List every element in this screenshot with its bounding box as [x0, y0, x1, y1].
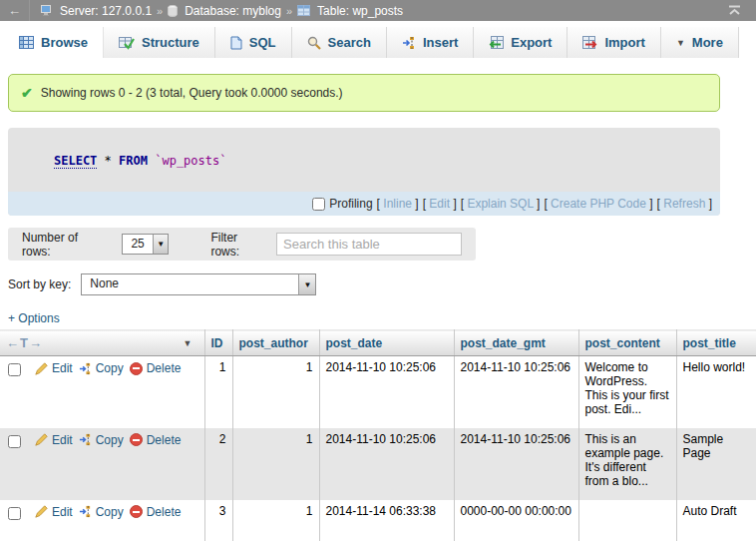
cell-post-date: 2014-11-14 06:33:38	[319, 500, 454, 541]
breadcrumb-separator: »	[286, 5, 292, 17]
back-arrow-button[interactable]: ←	[0, 0, 30, 21]
breadcrumb-server[interactable]: Server: 127.0.0.1	[60, 4, 152, 18]
pencil-icon	[35, 505, 48, 518]
cell-post-author: 1	[232, 356, 319, 428]
sort-key-select[interactable]: None ▼	[81, 273, 316, 295]
delete-row-link[interactable]: Delete	[130, 361, 182, 375]
refresh-link[interactable]: Refresh	[663, 197, 705, 211]
breadcrumb: Server: 127.0.0.1 » Database: myblog » T…	[40, 4, 403, 18]
row-checkbox[interactable]	[8, 435, 21, 448]
header-actions-cell: ←T→ ▼	[0, 330, 204, 356]
pencil-icon	[35, 362, 48, 375]
copy-icon	[79, 505, 92, 518]
cell-post-date: 2014-11-10 10:25:06	[319, 428, 454, 500]
copy-row-link[interactable]: Copy	[79, 433, 124, 447]
cell-id: 3	[204, 500, 232, 541]
back-arrow-icon: ←	[8, 3, 21, 18]
edit-row-link[interactable]: Edit	[35, 433, 73, 447]
copy-row-link[interactable]: Copy	[79, 505, 124, 519]
caret-down-icon: ▼	[298, 274, 315, 294]
search-icon	[307, 36, 321, 50]
tab-insert[interactable]: Insert	[387, 27, 474, 58]
column-header-id[interactable]: ID	[204, 330, 232, 356]
sql-star: *	[105, 154, 112, 168]
tab-sql[interactable]: SQL	[215, 27, 292, 58]
inline-link[interactable]: Inline	[383, 197, 412, 211]
table-row: Edit Copy Delete 2 1 2014-11-10 10:25:06…	[0, 428, 756, 500]
delete-row-link[interactable]: Delete	[130, 433, 182, 447]
structure-icon	[119, 36, 135, 50]
tab-import[interactable]: Import	[567, 27, 660, 58]
cell-post-content: Welcome to WordPress. This is your first…	[578, 356, 676, 428]
tab-browse[interactable]: Browse	[4, 27, 104, 58]
delete-icon	[130, 505, 143, 518]
sort-by-key-row: Sort by key: None ▼	[8, 273, 316, 295]
row-checkbox[interactable]	[8, 363, 21, 376]
cell-post-date-gmt: 0000-00-00 00:00:00	[454, 500, 578, 541]
profiling-checkbox[interactable]	[312, 198, 325, 211]
success-message-text: Showing rows 0 - 2 (3 total, Query took …	[41, 86, 343, 100]
column-header-post-title[interactable]: post_title	[676, 330, 756, 356]
tab-label: Browse	[41, 35, 88, 50]
table-row: Edit Copy Delete 1 1 2014-11-10 10:25:06…	[0, 356, 756, 428]
cell-post-title: Hello world!	[676, 356, 756, 428]
create-php-code-link[interactable]: Create PHP Code	[551, 197, 646, 211]
edit-row-link[interactable]: Edit	[35, 361, 73, 375]
cell-post-date-gmt: 2014-11-10 10:25:06	[454, 356, 578, 428]
sql-table-identifier: `wp_posts`	[155, 154, 226, 168]
success-message: ✔ Showing rows 0 - 2 (3 total, Query too…	[8, 74, 720, 112]
copy-icon	[79, 362, 92, 375]
tab-label: Search	[328, 35, 371, 50]
cell-post-date: 2014-11-10 10:25:06	[319, 356, 454, 428]
cell-post-title: Sample Page	[676, 428, 756, 500]
breadcrumb-database[interactable]: Database: myblog	[185, 4, 281, 18]
edit-query-link[interactable]: Edit	[429, 197, 450, 211]
results-header-row: ←T→ ▼ ID post_author post_date post_date…	[0, 330, 756, 356]
cell-post-author: 1	[232, 500, 319, 541]
tab-export[interactable]: Export	[474, 27, 567, 58]
tab-label: SQL	[249, 35, 276, 50]
caret-down-icon: ▼	[676, 38, 685, 48]
tab-more[interactable]: ▼ More	[661, 27, 739, 58]
breadcrumb-table[interactable]: Table: wp_posts	[317, 4, 403, 18]
explain-sql-link[interactable]: Explain SQL	[467, 197, 533, 211]
tab-search[interactable]: Search	[292, 27, 387, 58]
caret-down-icon: ▼	[153, 235, 169, 254]
cell-id: 2	[204, 428, 232, 500]
filter-rows-label: Filter rows:	[210, 231, 268, 259]
database-icon	[168, 5, 178, 17]
sql-icon	[230, 36, 242, 50]
copy-row-link[interactable]: Copy	[79, 361, 124, 375]
edit-row-link[interactable]: Edit	[35, 505, 73, 519]
server-breadcrumb-bar: ← Server: 127.0.0.1 » Database: myblog »…	[0, 0, 756, 21]
copy-icon	[79, 433, 92, 446]
column-header-post-content[interactable]: post_content	[578, 330, 676, 356]
tab-label: Export	[511, 35, 552, 50]
column-header-post-date-gmt[interactable]: post_date_gmt	[454, 330, 578, 356]
profiling-label: Profiling	[329, 197, 372, 211]
rows-per-page-select[interactable]: 25 ▼	[122, 234, 169, 255]
filter-search-input[interactable]	[276, 233, 462, 256]
column-header-post-date[interactable]: post_date	[319, 330, 454, 356]
insert-icon	[402, 36, 416, 50]
column-header-post-author[interactable]: post_author	[232, 330, 319, 356]
sql-keyword-from: FROM	[119, 154, 148, 168]
delete-icon	[130, 362, 143, 375]
export-icon	[489, 36, 504, 49]
transpose-icon[interactable]: ←T→	[6, 335, 43, 350]
tab-label: More	[692, 35, 723, 50]
sql-query-text: SELECT * FROM `wp_posts`	[54, 154, 226, 168]
cell-post-title: Auto Draft	[676, 500, 756, 541]
column-visibility-caret-icon[interactable]: ▼	[184, 338, 192, 348]
delete-row-link[interactable]: Delete	[130, 505, 182, 519]
row-checkbox[interactable]	[8, 507, 21, 520]
row-controls-bar: Number of rows: 25 ▼ Filter rows:	[8, 228, 476, 261]
query-actions-bar: Profiling [ Inline ] [ Edit ] [ Explain …	[8, 192, 720, 216]
collapse-console-icon[interactable]	[727, 5, 742, 16]
pencil-icon	[35, 433, 48, 446]
options-toggle-link[interactable]: + Options	[8, 311, 60, 325]
tab-structure[interactable]: Structure	[104, 27, 215, 58]
table-icon	[297, 5, 310, 16]
browse-icon	[19, 36, 34, 49]
number-of-rows-label: Number of rows:	[22, 231, 108, 259]
